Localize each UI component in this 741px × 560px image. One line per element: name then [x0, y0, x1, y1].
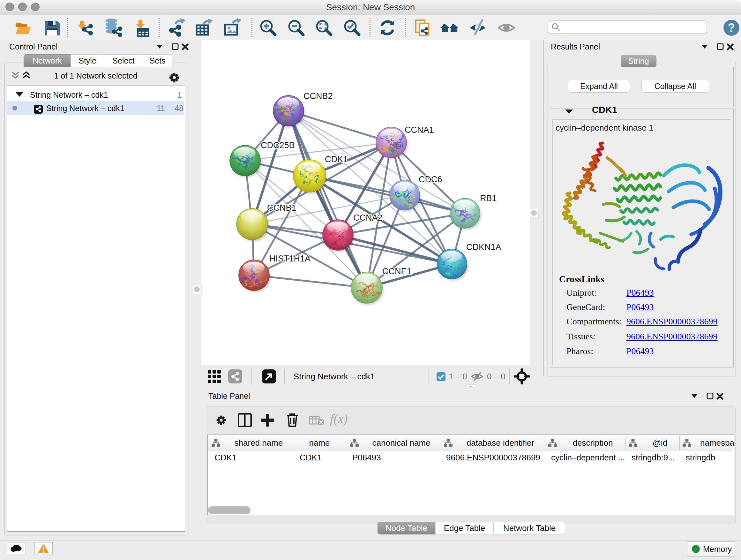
- svg-text:?: ?: [728, 21, 735, 34]
- svg-text:CCNA1: CCNA1: [405, 125, 434, 135]
- svg-text:CDC25B: CDC25B: [261, 140, 295, 150]
- svg-text:CCNB2: CCNB2: [304, 91, 333, 101]
- svg-text:CDKN1A: CDKN1A: [466, 242, 501, 252]
- svg-text:RB1: RB1: [480, 193, 497, 203]
- svg-text:CDK1: CDK1: [325, 154, 348, 164]
- svg-text:CCNE1: CCNE1: [382, 266, 412, 276]
- svg-text:HIST1H1A: HIST1H1A: [269, 254, 311, 263]
- svg-text:CDC6: CDC6: [419, 175, 442, 184]
- svg-text:CCNB1: CCNB1: [267, 203, 296, 212]
- svg-text:CCNA2: CCNA2: [353, 213, 383, 223]
